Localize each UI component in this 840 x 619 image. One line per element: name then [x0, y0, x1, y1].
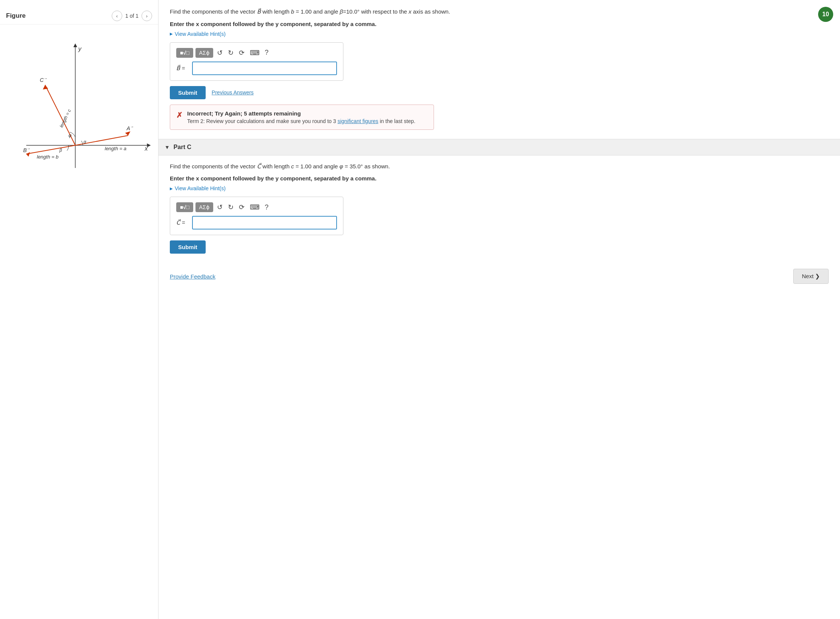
- figure-canvas: x y length = a A→ α: [0, 25, 158, 206]
- svg-text:B→: B→: [23, 146, 31, 153]
- reset-btn-b[interactable]: ⟳: [237, 48, 246, 58]
- redo-btn-c[interactable]: ↻: [226, 202, 235, 212]
- vector-c: length = c C→ φ: [40, 76, 75, 145]
- part-b-hint-link[interactable]: View Available Hint(s): [170, 31, 829, 37]
- figure-title: Figure: [6, 12, 26, 20]
- svg-marker-17: [43, 85, 48, 89]
- sqrt-btn-c[interactable]: ■√□: [176, 202, 193, 212]
- figure-svg: x y length = a A→ α: [0, 25, 158, 206]
- svg-line-6: [75, 136, 128, 145]
- keyboard-btn-b[interactable]: ⌨: [248, 48, 261, 58]
- part-c-input-row: C⃗ =: [176, 216, 337, 229]
- part-b-input-row: B⃗ =: [176, 62, 337, 75]
- svg-text:β: β: [59, 148, 62, 153]
- provide-feedback-link[interactable]: Provide Feedback: [170, 273, 215, 280]
- vector-b: length = b B→ β: [23, 145, 75, 160]
- part-b-feedback-box: ✗ Incorrect; Try Again; 5 attempts remai…: [170, 105, 434, 130]
- next-figure-btn[interactable]: ›: [142, 11, 152, 21]
- svg-marker-7: [125, 131, 131, 136]
- svg-line-11: [26, 145, 75, 154]
- part-b-vec-label: B⃗ =: [176, 65, 188, 72]
- vec-b-label: B⃗: [257, 8, 261, 15]
- part-c-hint-link[interactable]: View Available Hint(s): [170, 185, 829, 191]
- part-c-toolbar: ■√□ AΣϕ ↺ ↻ ⟳ ⌨ ?: [176, 202, 337, 212]
- svg-text:length = a: length = a: [105, 146, 126, 151]
- svg-text:φ: φ: [69, 133, 72, 138]
- part-b-section: Find the components of the vector B⃗ wit…: [170, 8, 829, 130]
- part-b-submit-row: Submit Previous Answers: [170, 86, 829, 99]
- svg-marker-4: [147, 143, 151, 147]
- part-b-submit-btn[interactable]: Submit: [170, 86, 206, 99]
- bottom-bar: Provide Feedback Next ❯: [170, 265, 829, 284]
- part-c-instruction: Enter the x component followed by the y …: [170, 175, 829, 182]
- feedback-title: Incorrect; Try Again; 5 attempts remaini…: [187, 110, 415, 117]
- svg-text:A→: A→: [126, 125, 134, 131]
- sig-figures-link[interactable]: significant figures: [337, 118, 378, 124]
- prev-figure-btn[interactable]: ‹: [112, 11, 122, 21]
- figure-header: Figure ‹ 1 of 1 ›: [0, 8, 158, 25]
- undo-btn-c[interactable]: ↺: [215, 202, 224, 212]
- svg-text:length = b: length = b: [37, 154, 58, 160]
- part-c-label: Part C: [174, 144, 191, 151]
- svg-marker-12: [26, 152, 30, 157]
- svg-text:α: α: [84, 139, 87, 145]
- part-b-problem-text: Find the components of the vector B⃗ wit…: [170, 8, 829, 16]
- part-c-vec-label: C⃗ =: [176, 219, 188, 226]
- keyboard-btn-c[interactable]: ⌨: [248, 202, 261, 212]
- svg-marker-5: [74, 43, 77, 47]
- figure-count: 1 of 1: [125, 13, 138, 19]
- part-c-input-box: ■√□ AΣϕ ↺ ↻ ⟳ ⌨ ? C⃗ =: [170, 197, 343, 235]
- part-b-input[interactable]: [192, 62, 337, 75]
- feedback-note: Term 2: Review your calculations and mak…: [187, 118, 415, 124]
- vec-c-label: C⃗: [257, 163, 261, 169]
- part-c-arrow[interactable]: ▼: [165, 144, 170, 150]
- part-b-toolbar: ■√□ AΣϕ ↺ ↻ ⟳ ⌨ ?: [176, 48, 337, 58]
- part-c-header: ▼ Part C: [158, 139, 840, 156]
- part-c-input[interactable]: [192, 216, 337, 229]
- vector-a: length = a A→ α: [75, 125, 134, 151]
- part-c-submit-row: Submit: [170, 240, 829, 254]
- undo-btn-b[interactable]: ↺: [215, 48, 224, 58]
- next-btn[interactable]: Next ❯: [793, 269, 829, 284]
- part-c-problem-text: Find the components of the vector C⃗ wit…: [170, 162, 829, 171]
- symbol-btn-c[interactable]: AΣϕ: [195, 202, 213, 212]
- part-b-prev-answers-link[interactable]: Previous Answers: [212, 89, 254, 95]
- score-badge: 10: [818, 7, 833, 22]
- figure-nav: ‹ 1 of 1 ›: [112, 11, 152, 21]
- left-panel: Figure ‹ 1 of 1 › x y length =: [0, 0, 158, 619]
- incorrect-icon: ✗: [176, 111, 183, 120]
- symbol-btn-b[interactable]: AΣϕ: [195, 48, 213, 58]
- svg-text:C→: C→: [40, 76, 48, 83]
- part-b-input-box: ■√□ AΣϕ ↺ ↻ ⟳ ⌨ ? B⃗ =: [170, 42, 343, 81]
- feedback-content: Incorrect; Try Again; 5 attempts remaini…: [187, 110, 415, 124]
- svg-text:y: y: [78, 46, 82, 52]
- part-b-instruction: Enter the x component followed by the y …: [170, 21, 829, 27]
- right-panel: Find the components of the vector B⃗ wit…: [158, 0, 840, 619]
- help-btn-c[interactable]: ?: [263, 203, 270, 212]
- part-c-submit-btn[interactable]: Submit: [170, 240, 206, 254]
- part-c-section: Find the components of the vector C⃗ wit…: [170, 162, 829, 254]
- help-btn-b[interactable]: ?: [263, 48, 270, 57]
- sqrt-btn-b[interactable]: ■√□: [176, 48, 193, 58]
- reset-btn-c[interactable]: ⟳: [237, 202, 246, 212]
- redo-btn-b[interactable]: ↻: [226, 48, 235, 58]
